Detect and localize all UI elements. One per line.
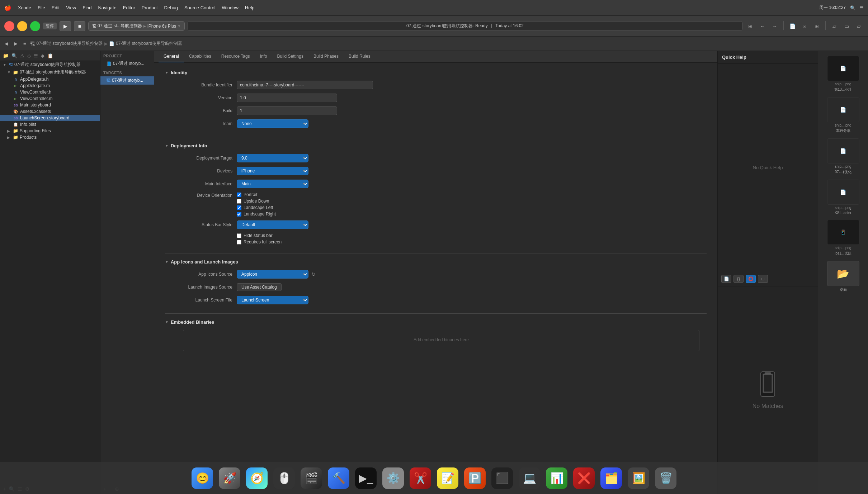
tab-resource-tags[interactable]: Resource Tags — [216, 51, 255, 62]
tab-general[interactable]: General — [159, 51, 184, 62]
close-button[interactable] — [4, 21, 14, 31]
tab-build-settings[interactable]: Build Settings — [272, 51, 308, 62]
forward-button[interactable]: → — [770, 21, 780, 31]
tab-info[interactable]: Info — [255, 51, 272, 62]
devices-select[interactable]: iPhone — [237, 167, 308, 175]
menu-debug[interactable]: Debug — [164, 5, 178, 10]
dock-app-xmind[interactable]: ✂️ — [410, 467, 431, 489]
landscape-right-checkbox[interactable] — [237, 212, 241, 217]
deploy-target-select[interactable]: 9.0 — [237, 154, 308, 162]
dock-app-prefs[interactable]: ⚙️ — [382, 467, 404, 489]
breakpoint-nav-icon[interactable]: ◆ — [41, 53, 44, 58]
file-main-storyboard[interactable]: sb Main.storyboard — [0, 102, 100, 108]
folder-nav-icon[interactable]: 📁 — [3, 53, 9, 58]
menu-file[interactable]: File — [38, 5, 45, 10]
dock-app-xcode[interactable]: 🔨 — [328, 467, 349, 489]
file-viewcontroller-m[interactable]: m ViewController.m — [0, 95, 100, 102]
dock-item-2[interactable]: 📄 snip....png 车丹分享 — [820, 95, 867, 136]
file-info-plist[interactable]: 📋 Info.plist — [0, 121, 100, 128]
upside-down-checkbox-row[interactable]: Upside Down — [237, 199, 707, 204]
dock-app-files[interactable]: 🗂️ — [600, 467, 622, 489]
identity-inspector-icon[interactable]: ⭕ — [746, 275, 756, 283]
team-select[interactable]: None — [237, 119, 308, 128]
project-file-item[interactable]: 📘 07-通过 storyb... — [100, 60, 154, 68]
dock-app-close[interactable]: ❌ — [573, 467, 595, 489]
bundle-id-input[interactable] — [237, 81, 373, 89]
products-group[interactable]: ▶ 📁 Products — [0, 134, 100, 141]
nav-right-icon[interactable]: ▶ — [12, 40, 19, 47]
stop-button[interactable]: ■ — [74, 21, 85, 31]
landscape-left-checkbox-row[interactable]: Landscape Left — [237, 205, 707, 210]
version-input[interactable] — [237, 94, 337, 102]
back-button[interactable]: ← — [758, 21, 768, 31]
left-navigator-toggle[interactable]: ▱ — [829, 21, 839, 31]
file-assets[interactable]: 🎨 Assets.xcassets — [0, 108, 100, 115]
landscape-left-checkbox[interactable] — [237, 205, 241, 210]
bottom-panel-toggle[interactable]: ▭ — [841, 21, 852, 31]
tab-capabilities[interactable]: Capabilities — [184, 51, 216, 62]
right-inspector-toggle[interactable]: ▱ — [854, 21, 864, 31]
scheme-selector[interactable]: 🏗 07-通过 st...导航控制器 ▶ iPhone 6s Plus ▼ — [88, 21, 185, 31]
dock-app-screen[interactable]: 💻 — [519, 467, 540, 489]
deployment-section-header[interactable]: ▼ Deployment Info — [165, 143, 707, 148]
status-bar-select[interactable]: Default — [237, 220, 308, 229]
menu-navigate[interactable]: Navigate — [98, 5, 116, 10]
project-root-item[interactable]: ▼ 🏗 07-通过 storyboard使用导航控制器 — [0, 61, 100, 68]
portrait-checkbox-row[interactable]: Portrait — [237, 192, 707, 197]
menu-editor[interactable]: Editor — [123, 5, 135, 10]
run-button[interactable]: ▶ — [60, 21, 71, 31]
dock-app-safari[interactable]: 🧭 — [246, 467, 268, 489]
dock-app-finder[interactable]: 😊 — [192, 467, 213, 489]
menu-xcode[interactable]: Xcode — [18, 5, 31, 10]
app-icons-select[interactable]: AppIcon — [237, 270, 308, 279]
minimize-button[interactable] — [17, 21, 27, 31]
search-nav-icon[interactable]: 🔍 — [11, 53, 17, 58]
tab-build-phases[interactable]: Build Phases — [308, 51, 344, 62]
dock-app-launchpad[interactable]: 🚀 — [219, 467, 240, 489]
breadcrumb-project[interactable]: 07-通过 storyboard使用导航控制器 — [37, 41, 103, 47]
dock-app-chart[interactable]: 📊 — [546, 467, 567, 489]
file-appdelegate-m[interactable]: m AppDelegate.m — [0, 82, 100, 89]
tab-build-rules[interactable]: Build Rules — [344, 51, 376, 62]
requires-full-checkbox-row[interactable]: Requires full screen — [237, 239, 707, 244]
nav-left-icon[interactable]: ◀ — [3, 40, 10, 47]
dock-app-trash[interactable]: 🗑️ — [655, 467, 676, 489]
dock-item-5[interactable]: 📱 snip....png ios1...试题 — [820, 218, 867, 258]
version-editor[interactable]: ⊞ — [812, 21, 822, 31]
embedded-section-header[interactable]: ▼ Embedded Binaries — [165, 319, 707, 325]
file-appdelegate-h[interactable]: h AppDelegate.h — [0, 76, 100, 82]
quick-help-inspector-icon[interactable]: {} — [733, 275, 744, 283]
use-asset-catalog-button[interactable]: Use Asset Catalog — [237, 283, 282, 291]
menu-source-control[interactable]: Source Control — [184, 5, 216, 10]
menu-help[interactable]: Help — [245, 5, 255, 10]
dock-app-ppt[interactable]: 🅿️ — [464, 467, 486, 489]
build-input[interactable] — [237, 106, 337, 115]
supporting-files-group[interactable]: ▶ 📁 Supporting Files — [0, 128, 100, 134]
hide-status-checkbox[interactable] — [237, 233, 241, 238]
notification-icon[interactable]: ☰ — [860, 5, 864, 10]
report-nav-icon[interactable]: 📋 — [47, 53, 53, 58]
file-viewcontroller-h[interactable]: h ViewController.h — [0, 89, 100, 95]
identity-section-header[interactable]: ▼ Identity — [165, 70, 707, 75]
test-nav-icon[interactable]: ◇ — [27, 53, 31, 58]
dock-app-preview[interactable]: 🖼️ — [628, 467, 649, 489]
attributes-inspector-icon[interactable]: □ — [758, 275, 768, 283]
landscape-right-checkbox-row[interactable]: Landscape Right — [237, 212, 707, 217]
assistant-editor[interactable]: ⊡ — [799, 21, 810, 31]
debug-nav-icon[interactable]: ☰ — [34, 53, 38, 58]
app-icons-section-header[interactable]: ▼ App Icons and Launch Images — [165, 259, 707, 265]
menu-product[interactable]: Product — [142, 5, 158, 10]
menu-view[interactable]: View — [66, 5, 76, 10]
menu-window[interactable]: Window — [222, 5, 239, 10]
search-icon[interactable]: 🔍 — [850, 5, 855, 10]
dock-app-quicktime[interactable]: 🎬 — [301, 467, 322, 489]
dock-item-3[interactable]: 📄 snip....png 07-...(优化 — [820, 136, 867, 177]
dock-item-6[interactable]: 📂 桌面 — [820, 259, 867, 294]
maximize-button[interactable] — [30, 21, 40, 31]
breadcrumb-file[interactable]: 07-通过 storyboard使用导航控制器 — [116, 41, 182, 47]
app-icons-refresh-button[interactable]: ↻ — [310, 271, 317, 277]
launch-screen-select[interactable]: LaunchScreen — [237, 296, 308, 304]
nav-recent-icon[interactable]: ≡ — [22, 40, 28, 47]
group-root-item[interactable]: ▼ 📁 07-通过 storyboard使用导航控制器 — [0, 68, 100, 76]
apple-menu[interactable]: 🍎 — [4, 4, 11, 11]
